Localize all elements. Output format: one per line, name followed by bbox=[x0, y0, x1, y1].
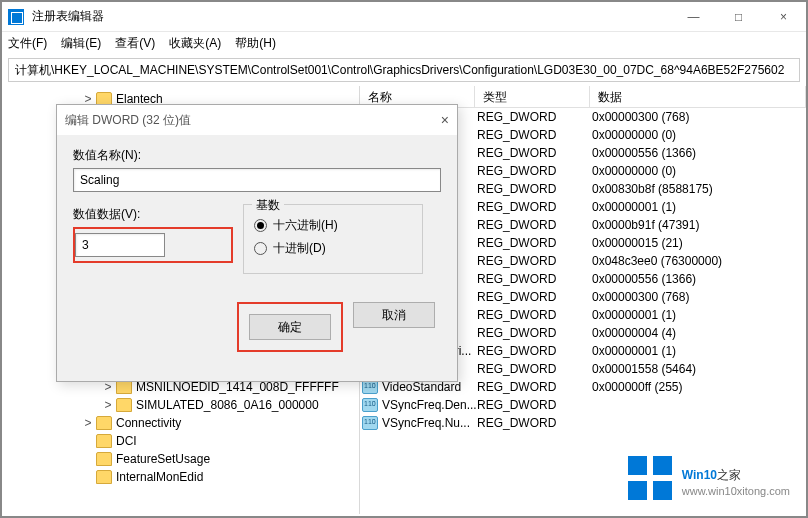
base-group: 基数 十六进制(H) 十进制(D) bbox=[243, 204, 423, 274]
minimize-button[interactable]: — bbox=[671, 2, 716, 31]
value-type: REG_DWORD bbox=[477, 398, 592, 412]
window-controls: — □ × bbox=[671, 2, 806, 31]
value-type: REG_DWORD bbox=[477, 290, 592, 304]
tree-label: FeatureSetUsage bbox=[116, 450, 210, 468]
edit-dword-dialog: 编辑 DWORD (32 位)值 × 数值名称(N): 数值数据(V): 基数 … bbox=[56, 104, 458, 382]
ok-button[interactable]: 确定 bbox=[249, 314, 331, 340]
value-type: REG_DWORD bbox=[477, 416, 592, 430]
tree-label: DCI bbox=[116, 432, 137, 450]
title-bar: 注册表编辑器 — □ × bbox=[2, 2, 806, 32]
dialog-body: 数值名称(N): 数值数据(V): 基数 十六进制(H) 十进制(D) bbox=[57, 135, 457, 362]
value-data-input[interactable] bbox=[75, 233, 165, 257]
maximize-button[interactable]: □ bbox=[716, 2, 761, 31]
list-row[interactable]: VSyncFreq.Den...REG_DWORD bbox=[360, 396, 806, 414]
value-data: 0x0000b91f (47391) bbox=[592, 218, 806, 232]
radio-hex-icon bbox=[254, 219, 267, 232]
value-data: 0x048c3ee0 (76300000) bbox=[592, 254, 806, 268]
value-data: 0x00000556 (1366) bbox=[592, 146, 806, 160]
folder-icon bbox=[116, 398, 132, 412]
value-name: VSyncFreq.Nu... bbox=[382, 416, 477, 430]
tree-item[interactable]: DCI bbox=[2, 432, 359, 450]
tree-label: SIMULATED_8086_0A16_000000 bbox=[136, 396, 319, 414]
dialog-close-icon[interactable]: × bbox=[441, 112, 449, 128]
folder-icon bbox=[96, 434, 112, 448]
tree-item[interactable]: >Connectivity bbox=[2, 414, 359, 432]
tree-item[interactable]: InternalMonEdid bbox=[2, 468, 359, 486]
value-data: 0x00000004 (4) bbox=[592, 326, 806, 340]
value-name: VSyncFreq.Den... bbox=[382, 398, 477, 412]
menu-file[interactable]: 文件(F) bbox=[8, 35, 47, 52]
close-button[interactable]: × bbox=[761, 2, 806, 31]
folder-icon bbox=[96, 470, 112, 484]
radio-dec-icon bbox=[254, 242, 267, 255]
value-type: REG_DWORD bbox=[477, 362, 592, 376]
value-type: REG_DWORD bbox=[477, 218, 592, 232]
value-type: REG_DWORD bbox=[477, 272, 592, 286]
dword-icon bbox=[362, 398, 378, 412]
base-legend: 基数 bbox=[252, 197, 284, 214]
value-data: 0x00000001 (1) bbox=[592, 200, 806, 214]
value-data-highlight bbox=[73, 227, 233, 263]
value-data: 0x00830b8f (8588175) bbox=[592, 182, 806, 196]
value-type: REG_DWORD bbox=[477, 308, 592, 322]
value-type: REG_DWORD bbox=[477, 380, 592, 394]
value-type: REG_DWORD bbox=[477, 164, 592, 178]
radio-dec-label: 十进制(D) bbox=[273, 240, 326, 257]
tree-label: Connectivity bbox=[116, 414, 181, 432]
value-name-input[interactable] bbox=[73, 168, 441, 192]
value-type: REG_DWORD bbox=[477, 254, 592, 268]
folder-icon bbox=[96, 452, 112, 466]
value-data: 0x00000300 (768) bbox=[592, 290, 806, 304]
value-type: REG_DWORD bbox=[477, 110, 592, 124]
menu-edit[interactable]: 编辑(E) bbox=[61, 35, 101, 52]
value-data: 0x00001558 (5464) bbox=[592, 362, 806, 376]
value-data: 0x00000556 (1366) bbox=[592, 272, 806, 286]
dword-icon bbox=[362, 380, 378, 394]
value-name-label: 数值名称(N): bbox=[73, 147, 441, 164]
col-type[interactable]: 类型 bbox=[475, 86, 590, 107]
value-type: REG_DWORD bbox=[477, 236, 592, 250]
radio-hex[interactable]: 十六进制(H) bbox=[254, 217, 412, 234]
menu-view[interactable]: 查看(V) bbox=[115, 35, 155, 52]
value-data: 0x00000001 (1) bbox=[592, 344, 806, 358]
ok-highlight: 确定 bbox=[237, 302, 343, 352]
tree-item[interactable]: >SIMULATED_8086_0A16_000000 bbox=[2, 396, 359, 414]
value-type: REG_DWORD bbox=[477, 182, 592, 196]
tree-label: InternalMonEdid bbox=[116, 468, 203, 486]
dialog-titlebar: 编辑 DWORD (32 位)值 × bbox=[57, 105, 457, 135]
menu-bar: 文件(F) 编辑(E) 查看(V) 收藏夹(A) 帮助(H) bbox=[2, 32, 806, 54]
col-data[interactable]: 数据 bbox=[590, 86, 806, 107]
value-data-label: 数值数据(V): bbox=[73, 206, 233, 223]
value-data: 0x00000001 (1) bbox=[592, 308, 806, 322]
value-type: REG_DWORD bbox=[477, 146, 592, 160]
dialog-title-text: 编辑 DWORD (32 位)值 bbox=[65, 112, 191, 129]
value-data: 0x00000300 (768) bbox=[592, 110, 806, 124]
expand-icon[interactable]: > bbox=[102, 396, 114, 414]
dialog-buttons: 确定 取消 bbox=[73, 302, 441, 352]
cancel-button[interactable]: 取消 bbox=[353, 302, 435, 328]
folder-icon bbox=[116, 380, 132, 394]
radio-dec[interactable]: 十进制(D) bbox=[254, 240, 412, 257]
window-title: 注册表编辑器 bbox=[32, 8, 671, 25]
value-data: 0x00000000 (0) bbox=[592, 128, 806, 142]
value-type: REG_DWORD bbox=[477, 344, 592, 358]
folder-icon bbox=[96, 416, 112, 430]
radio-hex-label: 十六进制(H) bbox=[273, 217, 338, 234]
value-data: 0x000000ff (255) bbox=[592, 380, 806, 394]
value-type: REG_DWORD bbox=[477, 128, 592, 142]
value-type: REG_DWORD bbox=[477, 326, 592, 340]
value-name: VideoStandard bbox=[382, 380, 477, 394]
value-type: REG_DWORD bbox=[477, 200, 592, 214]
menu-help[interactable]: 帮助(H) bbox=[235, 35, 276, 52]
address-bar[interactable]: 计算机\HKEY_LOCAL_MACHINE\SYSTEM\ControlSet… bbox=[8, 58, 800, 82]
dword-icon bbox=[362, 416, 378, 430]
expand-icon[interactable]: > bbox=[82, 414, 94, 432]
app-icon bbox=[8, 9, 24, 25]
value-data: 0x00000000 (0) bbox=[592, 164, 806, 178]
tree-item[interactable]: FeatureSetUsage bbox=[2, 450, 359, 468]
menu-favorites[interactable]: 收藏夹(A) bbox=[169, 35, 221, 52]
list-row[interactable]: VSyncFreq.Nu...REG_DWORD bbox=[360, 414, 806, 432]
value-data: 0x00000015 (21) bbox=[592, 236, 806, 250]
